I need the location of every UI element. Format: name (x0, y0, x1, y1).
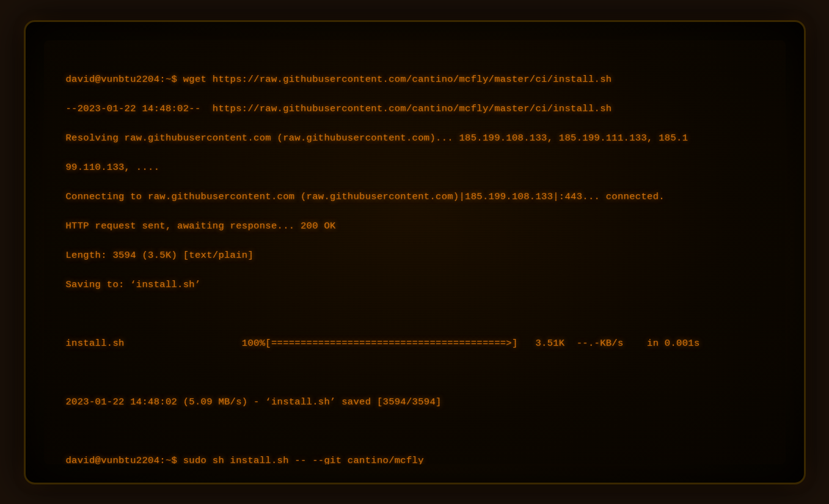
line-5: Connecting to raw.githubusercontent.com … (66, 191, 665, 202)
line-8: Saving to: ‘install.sh’ (66, 279, 201, 290)
line-4: 99.110.133, .... (66, 162, 160, 173)
line-12: 2023-01-22 14:48:02 (5.09 MB/s) - ‘insta… (66, 396, 442, 407)
line-6: HTTP request sent, awaiting response... … (66, 221, 336, 232)
line-7: Length: 3594 (3.5K) [text/plain] (66, 250, 254, 261)
line-2: --2023-01-22 14:48:02-- https://raw.gith… (66, 103, 612, 114)
monitor: david@vunbtu2204:~$ wget https://raw.git… (24, 20, 806, 484)
terminal-output: david@vunbtu2204:~$ wget https://raw.git… (66, 57, 764, 464)
line-14: david@vunbtu2204:~$ sudo sh install.sh -… (66, 455, 424, 464)
line-3: Resolving raw.githubusercontent.com (raw… (66, 133, 688, 144)
line-1: david@vunbtu2204:~$ wget https://raw.git… (66, 74, 612, 85)
terminal-screen[interactable]: david@vunbtu2204:~$ wget https://raw.git… (44, 40, 786, 464)
line-10: install.sh 100%[========================… (66, 338, 700, 349)
